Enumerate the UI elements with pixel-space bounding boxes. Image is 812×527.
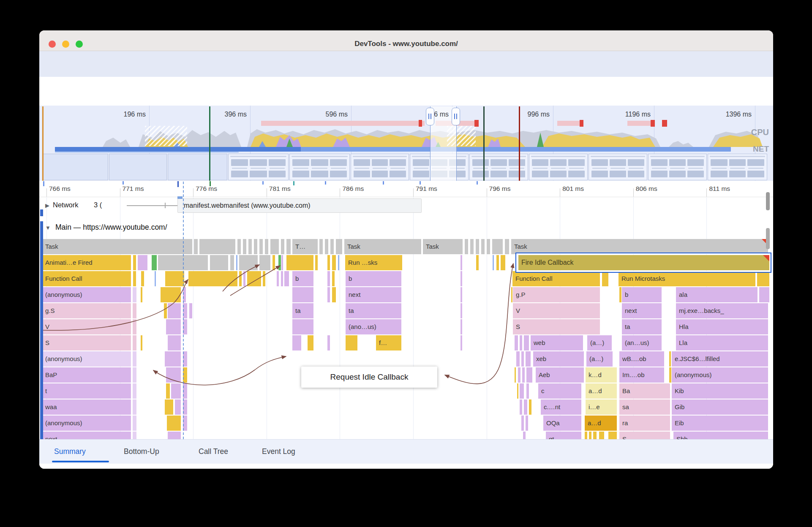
flame-event-sliver[interactable]: [281, 271, 283, 286]
flame-event[interactable]: a…d: [585, 416, 617, 431]
flame-event-sliver[interactable]: [523, 432, 526, 439]
flame-event-sliver[interactable]: [517, 383, 518, 399]
flame-event-sliver[interactable]: [165, 271, 184, 286]
detail-tab-event-log[interactable]: Event Log: [262, 447, 295, 456]
network-request[interactable]: manifest.webmanifest (www.youtube.com): [177, 198, 422, 213]
flame-event-sliver[interactable]: [516, 351, 520, 367]
flame-event[interactable]: Shb: [673, 432, 768, 439]
flame-event[interactable]: (anonymous): [42, 287, 131, 302]
flame-event-sliver[interactable]: [332, 255, 336, 270]
flame-event-sliver[interactable]: [168, 335, 181, 350]
flame-event[interactable]: S: [619, 432, 670, 439]
flame-event-sliver[interactable]: [270, 239, 279, 254]
flame-event-sliver[interactable]: [619, 287, 621, 302]
flame-event[interactable]: (anonymous): [42, 416, 131, 431]
flame-event-sliver[interactable]: [167, 416, 181, 431]
flame-event-sliver[interactable]: [248, 239, 252, 254]
flame-event[interactable]: Run Microtasks: [619, 271, 755, 286]
screenshot-thumbnail[interactable]: [529, 154, 588, 180]
flame-event[interactable]: Lla: [676, 335, 768, 350]
flame-event[interactable]: wB.…ob: [619, 351, 664, 367]
flame-event-sliver[interactable]: [608, 432, 617, 439]
flame-event-sliver[interactable]: [522, 367, 525, 383]
flame-event[interactable]: a…d: [586, 383, 617, 399]
flame-event[interactable]: Task: [42, 239, 192, 254]
flame-event-sliver[interactable]: [526, 383, 529, 399]
flame-event-sliver[interactable]: [199, 239, 235, 254]
flame-event-sliver[interactable]: [286, 255, 313, 270]
flame-event-sliver[interactable]: [524, 335, 529, 350]
flame-event-sliver[interactable]: [292, 287, 313, 302]
flame-event-sliver[interactable]: [465, 239, 468, 254]
flame-event-sliver[interactable]: [133, 432, 136, 439]
flame-event[interactable]: Function Call: [512, 271, 600, 286]
flame-event-sliver[interactable]: [338, 255, 339, 270]
screenshot-thumbnail[interactable]: [648, 154, 707, 180]
flame-event-sliver[interactable]: [166, 367, 181, 383]
flame-event-sliver[interactable]: [470, 239, 474, 254]
flame-event-sliver[interactable]: [332, 271, 335, 286]
flame-event-sliver[interactable]: [308, 335, 313, 350]
flame-event[interactable]: f…: [376, 335, 401, 350]
flame-event-sliver[interactable]: [460, 287, 462, 302]
flame-event-sliver[interactable]: [166, 319, 181, 334]
flame-event-sliver[interactable]: [243, 271, 245, 286]
flame-event-sliver[interactable]: [518, 367, 520, 383]
flame-event-sliver[interactable]: [168, 303, 181, 318]
screenshot-thumbnail[interactable]: [589, 154, 647, 180]
detail-tab-summary[interactable]: Summary: [54, 447, 86, 456]
flame-event[interactable]: Task: [511, 239, 768, 254]
flame-event[interactable]: T…: [292, 239, 318, 254]
flame-event[interactable]: k…d: [586, 367, 617, 383]
flame-event-sliver[interactable]: [476, 255, 479, 270]
flame-event-sliver[interactable]: [757, 271, 769, 286]
flame-event[interactable]: gt: [546, 432, 581, 439]
flame-event-sliver[interactable]: [330, 239, 334, 254]
flame-event-sliver[interactable]: [460, 303, 462, 318]
flame-event-sliver[interactable]: [526, 416, 528, 431]
flame-event-sliver[interactable]: [286, 239, 291, 254]
flame-event-sliver[interactable]: [278, 255, 281, 270]
network-disclosure-icon[interactable]: ▶: [45, 202, 49, 209]
flame-event-sliver[interactable]: [585, 432, 587, 439]
flame-event-sliver[interactable]: [602, 271, 608, 286]
flame-event-sliver[interactable]: [259, 255, 270, 270]
flame-event-sliver[interactable]: [281, 255, 283, 270]
flame-event-sliver[interactable]: [165, 351, 181, 367]
screenshot-thumbnail[interactable]: [42, 154, 108, 180]
flame-event[interactable]: xeb: [533, 351, 584, 367]
flame-event-sliver[interactable]: [346, 335, 357, 350]
flame-event-sliver[interactable]: [168, 432, 181, 439]
flame-event[interactable]: next: [622, 303, 662, 318]
flame-event-sliver[interactable]: [243, 239, 246, 254]
flame-event-sliver[interactable]: [669, 351, 671, 367]
flame-event-sliver[interactable]: [505, 239, 509, 254]
flame-event[interactable]: (anonymous): [672, 367, 768, 383]
flame-event-sliver[interactable]: [155, 271, 156, 286]
flame-event-sliver[interactable]: [327, 287, 330, 302]
flame-event[interactable]: Task: [344, 239, 421, 254]
flame-event[interactable]: Gib: [672, 399, 768, 415]
flame-event-sliver[interactable]: [165, 399, 173, 415]
screenshot-thumbnail[interactable]: [228, 154, 289, 180]
flame-event-sliver[interactable]: [520, 383, 524, 399]
flame-event-sliver[interactable]: [272, 255, 275, 270]
flame-event-sliver[interactable]: [133, 383, 136, 399]
flame-event-sliver[interactable]: [164, 303, 167, 318]
main-disclosure-icon[interactable]: ▼: [45, 225, 51, 231]
window-left-handle[interactable]: [426, 108, 434, 125]
network-track-label[interactable]: Network: [53, 201, 79, 209]
flame-event-sliver[interactable]: [133, 319, 136, 334]
flame-event[interactable]: Aeb: [536, 367, 584, 383]
flame-event[interactable]: S: [513, 319, 600, 334]
flame-event-sliver[interactable]: [759, 287, 769, 302]
screenshot-thumbnail[interactable]: [109, 154, 167, 180]
flame-event-sliver[interactable]: [460, 319, 462, 334]
flame-event-sliver[interactable]: [325, 239, 328, 254]
flame-event-sliver[interactable]: [152, 255, 157, 270]
flame-event-sliver[interactable]: [188, 271, 237, 286]
flame-event[interactable]: V: [42, 319, 131, 334]
flame-event-sliver[interactable]: [133, 287, 136, 302]
flame-event[interactable]: b: [292, 271, 313, 286]
flame-event-sliver[interactable]: [133, 303, 136, 318]
